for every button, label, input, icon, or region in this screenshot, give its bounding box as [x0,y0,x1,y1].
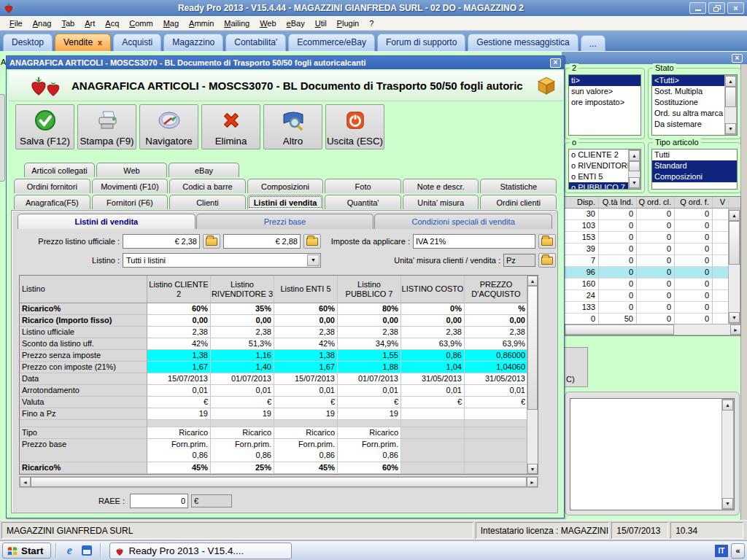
prezzo-listino-input-2[interactable] [223,234,301,249]
dialog-tab-unita-misura[interactable]: Unita' misura [403,195,479,209]
menu-item-mailing[interactable]: Mailing [219,18,255,29]
price-row-ricarico-importo-fisso[interactable]: Ricarico (Importo fisso)0,000,000,000,00… [20,315,538,327]
price-row-ricarico[interactable]: Ricarico%60%35%60%80%0%% [20,303,538,315]
restore-button[interactable] [708,2,725,14]
price-row-prezzo-con-imposte-21[interactable]: Prezzo con imposte (21%)1,671,401,671,88… [20,362,538,373]
menu-item-anag[interactable]: Anag [28,18,57,29]
unita-misura-field[interactable] [503,254,535,267]
price-row-arrotondamento[interactable]: Arrotondamento0,010,010,010,010,010,01 [20,385,538,397]
qty-row[interactable]: 30000 [564,209,740,220]
dialog-tab-ordini-fornitori[interactable]: Ordini fornitori [14,179,90,193]
scroll-down-icon[interactable]: ▼ [722,498,733,509]
menu-item-file[interactable]: File [4,18,28,29]
dialog-tab-ebay[interactable]: eBay [169,163,239,177]
folder-lookup-icon[interactable] [538,253,556,268]
main-tab-acquisti[interactable]: Acquisti [113,34,161,51]
filter-list-a[interactable]: ti>sun valore>ore impostato> [568,74,641,136]
prezzo-listino-input-1[interactable] [123,234,200,249]
dialog-tab-statistiche[interactable]: Statistiche [480,179,557,193]
scrollbar-vertical[interactable]: ▲ ▼ [721,399,734,510]
tab-close-icon[interactable]: x [98,38,102,47]
scroll-up-icon[interactable]: ▲ [725,76,736,87]
scroll-thumb[interactable] [565,324,674,335]
scroll-down-icon[interactable]: ▼ [527,464,538,474]
price-table-vscrollbar[interactable]: ▲▼ [527,276,538,474]
inner-tab-condizioni-speciali-di-vendita[interactable]: Condizioni speciali di vendita [374,214,552,229]
dialog-tab-anagrafica-f5[interactable]: Anagrafica(F5) [14,195,90,209]
price-row-valuta[interactable]: Valuta€€€€€€ [20,397,538,408]
price-row-listino-ufficiale[interactable]: Listino ufficiale2,382,382,382,382,382,3… [20,327,538,338]
qty-row[interactable]: 153000 [564,232,740,244]
list-item-tutti[interactable]: Tutti [652,149,737,160]
menu-item-web[interactable]: Web [255,18,281,29]
page-close-icon[interactable]: × [732,54,743,63]
tray-chevron-icon[interactable]: « [731,543,745,559]
price-row-ricarico[interactable]: Ricarico%45%25%45%60% [20,462,538,474]
menu-item-comm[interactable]: Comm [124,18,158,29]
dialog-tab-listini-di-vendita[interactable]: Listini di vendita [247,195,324,209]
internet-explorer-icon[interactable]: e [62,543,77,558]
imposte-input[interactable] [413,234,535,249]
mail-app-icon[interactable] [80,543,94,558]
main-tab-forum-di-supporto[interactable]: Forum di supporto [377,34,465,51]
scroll-right-icon[interactable]: ► [730,324,741,335]
scroll-thumb[interactable] [725,87,736,107]
close-button[interactable]: × [727,2,744,14]
scroll-up-icon[interactable]: ▲ [722,400,733,411]
results-list[interactable]: ▲ ▼ [570,398,735,510]
dialog-tab-clienti[interactable]: Clienti [169,195,246,209]
toolbar-uscita-esc-button[interactable]: Uscita (ESC) [325,104,384,149]
menu-item-blank[interactable]: ? [364,18,379,29]
dialog-tab-ordini-clienti[interactable]: Ordini clienti [480,195,557,209]
toolbar-salva-f12-button[interactable]: Salva (F12) [15,104,74,149]
list-item-ore-impostato[interactable]: ore impostato> [569,97,640,108]
stato-list[interactable]: ▲ ▼ <Tutti>Sost. MultiplaSostituzioneOrd… [651,74,738,136]
occluded-button-fragment[interactable]: C) [563,347,588,387]
scrollbar-horizontal[interactable]: ► [564,324,741,335]
qty-row[interactable]: 39000 [564,244,740,255]
price-table-hscrollbar[interactable]: ◄ ► [19,476,538,488]
menu-item-tab[interactable]: Tab [56,18,80,29]
price-row-data[interactable]: Data15/07/201301/07/201315/07/201301/07/… [20,373,538,385]
scroll-down-icon[interactable]: ▼ [729,312,740,323]
menu-item-ebay[interactable]: eBay [282,18,310,29]
folder-lookup-icon[interactable] [538,234,556,249]
price-row-fino-a-pz[interactable]: Fino a Pz19191919 [20,408,538,420]
dialog-tab-movimenti-f10[interactable]: Movimenti (F10) [92,179,169,193]
main-tab-contabilita[interactable]: Contabilita' [225,34,286,51]
price-table[interactable]: ListinoListino CLIENTE 2Listino RIVENDIT… [19,275,538,475]
taskbar-task-button[interactable]: Ready Pro 2013 - V15.4.... [109,542,292,559]
inner-tab-listini-di-vendita[interactable]: Listini di vendita [18,214,196,229]
list-item-composizioni[interactable]: Composizioni [652,171,737,182]
price-separator-row[interactable] [20,420,538,427]
menu-item-art[interactable]: Art [80,18,100,29]
price-row-prezzo-base[interactable]: Prezzo baseForn.prim. 0,86Forn.prim. 0,8… [20,439,538,462]
list-item-ti[interactable]: ti> [569,75,640,86]
scroll-up-icon[interactable]: ▲ [527,276,538,286]
scroll-left-icon[interactable]: ◄ [20,477,31,487]
listino-list[interactable]: ▲ ▼ o CLIENTE 2o RIVENDITORE 3o ENTI 5o … [568,149,641,190]
dialog-tab-note-e-descr[interactable]: Note e descr. [403,179,479,193]
main-tab-vendite[interactable]: Venditex [55,34,111,51]
price-row-sconto-da-listino-uff[interactable]: Sconto da listino uff.42%51,3%42%34,9%63… [20,338,538,350]
scrollbar-vertical[interactable]: ▲ ▼ [728,209,740,324]
menu-item-acq[interactable]: Acq [100,18,124,29]
toolbar-navigatore-button[interactable]: Navigatore [139,104,198,149]
main-tab-blank[interactable]: ... [581,35,605,51]
scroll-right-icon[interactable]: ► [527,477,538,487]
main-tab-desktop[interactable]: Desktop [3,34,53,51]
dialog-close-icon[interactable]: × [550,58,561,68]
qty-row[interactable]: 24000 [564,290,740,302]
scroll-thumb[interactable] [629,161,640,171]
listino-select[interactable]: Tutti i listini ▼ [123,253,321,268]
dialog-tab-web[interactable]: Web [96,163,167,177]
menu-item-plugin[interactable]: Plugin [332,18,365,29]
qty-row[interactable]: 7000 [564,255,740,267]
dialog-tab-fornitori-f6[interactable]: Fornitori (F6) [92,195,169,209]
dialog-tab-codici-a-barre[interactable]: Codici a barre [169,179,246,193]
qty-row[interactable]: 96000 [564,267,740,279]
scroll-up-icon[interactable]: ▲ [629,150,640,161]
quantity-table[interactable]: Disp.Q.tà Ind.Q ord. cl.Q ord. f.V300001… [563,196,741,336]
list-item-standard[interactable]: Standard [652,160,737,171]
scrollbar-vertical[interactable]: ▲ ▼ [628,149,640,189]
